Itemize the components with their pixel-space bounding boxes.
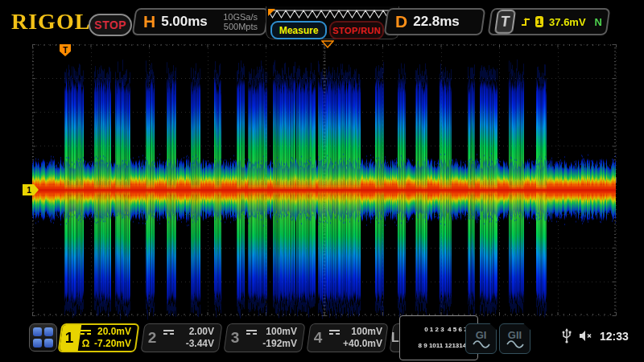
sine-wave-icon	[506, 340, 524, 348]
stop-run-button[interactable]: STOP/RUN	[329, 21, 384, 39]
trigger-source-badge: 1	[535, 16, 543, 27]
delay-block[interactable]: D 22.8ms	[386, 8, 484, 35]
usb-icon	[562, 328, 572, 343]
channel-1-block[interactable]: 1 20.0mV Ω -7.20mV	[60, 323, 138, 352]
memory-position-strip[interactable]	[268, 9, 395, 19]
clock: 12:33	[600, 330, 629, 343]
acquisition-state-badge[interactable]: STOP	[89, 14, 132, 36]
channel-3-scale: 100mV	[266, 326, 297, 338]
trigger-label: T	[494, 10, 516, 34]
channel-4-block[interactable]: 4 100mV +40.0mV	[308, 323, 386, 352]
logic-label: L	[391, 331, 399, 345]
trigger-time-marker[interactable]	[321, 40, 334, 48]
channel-3-offset: -192mV	[262, 338, 297, 350]
channel-2-block[interactable]: 2 2.00V -3.44V	[142, 323, 221, 352]
channel-3-block[interactable]: 3 100mV -192mV	[225, 323, 303, 352]
horizontal-label: H	[143, 12, 155, 31]
dc-coupling-icon	[329, 330, 340, 335]
sample-rate: 10GSa/s	[223, 12, 258, 22]
channel-4-scale: 100mV	[351, 326, 382, 338]
logic-channels-block[interactable]: L 0 1 2 3 4 5 6 7 8 9 1011 12131415	[391, 323, 460, 352]
generator-1-button[interactable]: GI	[465, 323, 497, 354]
channel-1-offset: -7.20mV	[94, 338, 131, 350]
menu-icon	[33, 327, 42, 336]
logic-bits-row1: 0 1 2 3 4 5 6 7	[424, 326, 467, 333]
dc-coupling-icon	[246, 330, 257, 335]
impedance-icon: Ω	[80, 338, 91, 350]
trigger-block[interactable]: T 1 37.6mV N	[489, 8, 609, 35]
dc-coupling-icon	[163, 330, 174, 335]
channel-2-offset: -3.44V	[186, 338, 214, 350]
sine-wave-icon	[473, 340, 490, 348]
delay-value: 22.8ms	[413, 14, 460, 30]
generator-2-button[interactable]: GII	[499, 323, 530, 354]
channel-2-scale: 2.00V	[189, 326, 214, 338]
rising-edge-icon	[520, 16, 530, 27]
generator-2-label: GII	[508, 330, 522, 340]
oscilloscope-screen: RIGOL STOP H 5.00ms 10GSa/s 500Mpts Meas…	[0, 0, 644, 362]
timebase-value: 5.00ms	[161, 14, 208, 30]
trigger-sweep-mode: N	[595, 16, 602, 28]
logic-bits-row2: 8 9 1011 12131415	[419, 342, 474, 349]
horizontal-block[interactable]: H 5.00ms 10GSa/s 500Mpts	[134, 8, 267, 35]
generator-1-label: GI	[476, 330, 487, 340]
menu-button[interactable]	[29, 323, 57, 352]
channel-4-number: 4	[308, 329, 328, 347]
waveform-display	[0, 0, 644, 362]
channel-2-number: 2	[142, 329, 162, 347]
speaker-mute-icon[interactable]	[578, 329, 593, 343]
memory-depth: 500Mpts	[224, 22, 258, 31]
delay-label: D	[395, 12, 407, 31]
channel-1-scale: 20.0mV	[97, 326, 131, 338]
dc-coupling-icon	[80, 330, 91, 335]
rigol-logo: RIGOL	[11, 9, 90, 35]
measure-button[interactable]: Measure	[270, 21, 327, 39]
channel-1-number: 1	[60, 329, 79, 347]
channel-3-number: 3	[225, 329, 245, 347]
trigger-level-value: 37.6mV	[549, 16, 586, 28]
channel-4-offset: +40.0mV	[343, 338, 382, 350]
